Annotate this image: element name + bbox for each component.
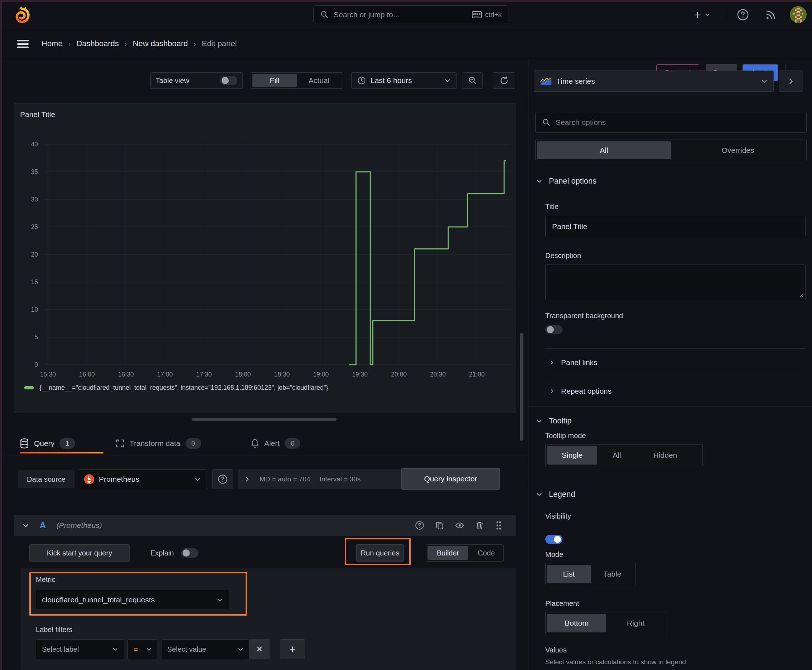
- fill-actual-switch: Fill Actual: [251, 72, 343, 89]
- visualization-picker[interactable]: Time series: [534, 71, 774, 91]
- max-data-points: MD = auto = 704: [259, 475, 310, 483]
- search-shortcut: ctrl+k: [472, 11, 502, 19]
- chevron-down-icon: [444, 77, 451, 84]
- collapse-options-button[interactable]: [779, 71, 803, 91]
- code-option[interactable]: Code: [468, 546, 504, 560]
- query-help-icon[interactable]: [410, 521, 430, 530]
- legend-mode-table[interactable]: Table: [591, 565, 634, 584]
- help-icon[interactable]: [737, 8, 749, 21]
- duplicate-query-icon[interactable]: [430, 521, 450, 530]
- kick-start-query-button[interactable]: Kick start your query: [29, 544, 130, 562]
- disable-query-eye-icon[interactable]: [450, 521, 470, 530]
- refresh-button[interactable]: [493, 72, 515, 89]
- visibility-label: Visibility: [545, 512, 571, 520]
- search-placeholder: Search or jump to...: [334, 10, 467, 19]
- builder-option[interactable]: Builder: [427, 546, 468, 560]
- news-icon[interactable]: [765, 8, 777, 21]
- drag-handle-icon[interactable]: [490, 520, 508, 530]
- legend-placement-switch: Bottom Right: [545, 612, 667, 634]
- legend-mode-label: Mode: [545, 550, 563, 559]
- delete-query-trash-icon[interactable]: [470, 521, 490, 530]
- panel-title-input[interactable]: Panel Title: [545, 216, 805, 237]
- chevron-down-icon: [761, 78, 768, 85]
- legend-series-name[interactable]: {__name__="cloudflared_tunnel_total_requ…: [39, 384, 328, 392]
- legend-mode-list[interactable]: List: [547, 565, 591, 584]
- menu-icon[interactable]: [17, 39, 29, 49]
- metric-select[interactable]: cloudflared_tunnel_total_requests: [36, 590, 229, 610]
- chevron-down-icon[interactable]: [22, 522, 29, 529]
- query-inspector-button[interactable]: Query inspector: [401, 468, 500, 490]
- divider: [529, 482, 812, 482]
- legend-visibility-toggle[interactable]: [545, 535, 563, 544]
- tab-all[interactable]: All: [537, 141, 671, 159]
- tab-alert[interactable]: Alert 0: [251, 431, 300, 455]
- label-filters-label: Label filters: [36, 626, 72, 634]
- panel-links-section[interactable]: Panel links: [549, 358, 598, 367]
- query-row-actions: [410, 520, 508, 530]
- legend-header[interactable]: Legend: [536, 490, 575, 499]
- legend-placement-right[interactable]: Right: [606, 614, 665, 633]
- panel-preview: Panel Title 15:3016:0016:3017:0017:3018:…: [14, 103, 516, 413]
- description-textarea[interactable]: [545, 264, 805, 300]
- tooltip-mode-label: Tooltip mode: [545, 431, 586, 440]
- user-avatar[interactable]: [790, 6, 807, 23]
- svg-text:5: 5: [34, 333, 38, 341]
- select-value-dropdown[interactable]: Select value: [161, 639, 249, 659]
- tooltip-mode-hidden[interactable]: Hidden: [637, 446, 694, 465]
- new-dashboard-button[interactable]: +: [694, 8, 710, 22]
- scrollbar-thumb[interactable]: [520, 333, 524, 441]
- svg-text:20:00: 20:00: [391, 371, 407, 378]
- description-label: Description: [545, 252, 581, 260]
- svg-text:19:00: 19:00: [313, 371, 329, 378]
- tab-overrides[interactable]: Overrides: [671, 141, 805, 159]
- remove-filter-button[interactable]: ✕: [249, 639, 270, 659]
- operator-dropdown[interactable]: =: [127, 639, 158, 659]
- search-icon: [320, 10, 329, 19]
- time-range-label: Last 6 hours: [371, 76, 412, 85]
- breadcrumb-home[interactable]: Home: [42, 39, 63, 48]
- select-label-dropdown[interactable]: Select label: [36, 639, 124, 659]
- metric-label: Metric: [36, 575, 55, 584]
- breadcrumb-new-dashboard[interactable]: New dashboard: [133, 39, 188, 48]
- run-queries-button[interactable]: Run queries: [356, 544, 404, 562]
- time-series-chart[interactable]: 15:3016:0016:3017:0017:3018:0018:3019:00…: [14, 104, 517, 413]
- time-range-picker[interactable]: Last 6 hours: [351, 72, 457, 89]
- chart-legend[interactable]: {__name__="cloudflared_tunnel_total_requ…: [24, 384, 328, 392]
- tooltip-mode-single[interactable]: Single: [547, 446, 597, 465]
- tab-transform-data[interactable]: Transform data 0: [115, 431, 201, 455]
- tooltip-mode-switch: Single All Hidden: [545, 444, 703, 466]
- datasource-picker[interactable]: Prometheus: [78, 469, 207, 489]
- grafana-logo[interactable]: [14, 7, 30, 24]
- breadcrumb-dashboards[interactable]: Dashboards: [76, 39, 119, 48]
- chevron-right-icon: ›: [194, 40, 196, 48]
- search-options-input[interactable]: Search options: [535, 112, 807, 133]
- datasource-help-button[interactable]: [212, 469, 233, 489]
- transparent-background-toggle[interactable]: [545, 325, 563, 334]
- chevron-right-icon[interactable]: [244, 476, 250, 482]
- fill-option[interactable]: Fill: [253, 74, 297, 87]
- panel-options-header[interactable]: Panel options: [536, 176, 597, 186]
- window-edge-top: [0, 0, 812, 2]
- builder-code-switch: Builder Code: [425, 544, 504, 562]
- explain-toggle[interactable]: [181, 548, 198, 558]
- zoom-out-icon: [468, 76, 477, 85]
- global-search-input[interactable]: Search or jump to... ctrl+k: [313, 5, 509, 24]
- repeat-options-section[interactable]: Repeat options: [549, 387, 612, 396]
- divider: [545, 348, 805, 349]
- actual-option[interactable]: Actual: [297, 74, 341, 87]
- svg-text:35: 35: [31, 168, 38, 175]
- legend-placement-bottom[interactable]: Bottom: [547, 614, 606, 633]
- query-count-badge: 1: [59, 438, 75, 449]
- zoom-out-button[interactable]: [463, 72, 483, 89]
- all-overrides-tabs: All Overrides: [535, 140, 807, 161]
- svg-text:10: 10: [31, 306, 38, 313]
- query-ref-id[interactable]: A: [40, 521, 46, 530]
- tooltip-mode-all[interactable]: All: [597, 446, 637, 465]
- svg-text:17:30: 17:30: [196, 371, 212, 378]
- tooltip-header[interactable]: Tooltip: [536, 416, 572, 426]
- table-view-toggle[interactable]: [220, 76, 237, 85]
- add-filter-button[interactable]: +: [280, 639, 305, 659]
- pane-resize-handle[interactable]: [192, 418, 337, 421]
- nav-divider: [727, 8, 727, 22]
- resize-handle-icon[interactable]: [798, 293, 803, 298]
